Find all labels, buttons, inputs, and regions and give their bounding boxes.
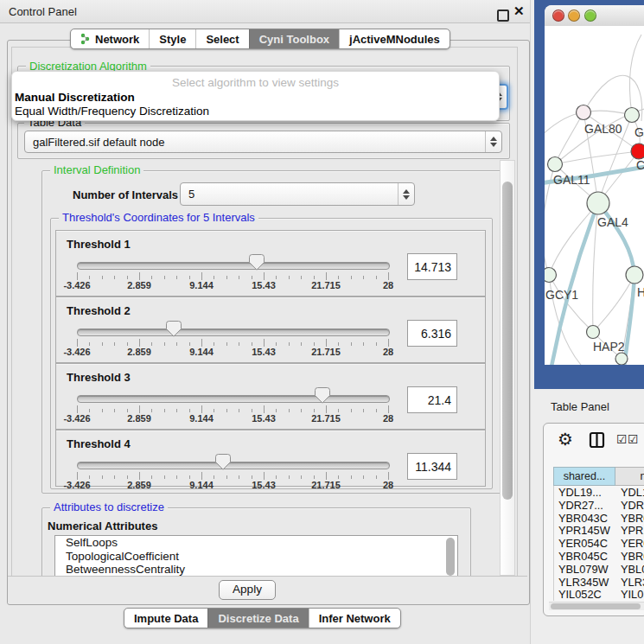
- table-cell[interactable]: YBR043C: [554, 512, 616, 525]
- table-cell[interactable]: YBR045C: [554, 550, 616, 563]
- threshold-value-field[interactable]: 11.344: [407, 453, 457, 480]
- checkbox-icon[interactable]: ☑: [628, 432, 639, 446]
- threshold-value-field[interactable]: 14.713: [407, 253, 457, 280]
- network-window-titlebar[interactable]: [545, 5, 644, 27]
- attributes-list-scrollbar[interactable]: [446, 538, 455, 576]
- popup-item-manual-discretization[interactable]: Manual Discretization: [15, 91, 135, 104]
- table-row[interactable]: YER054CYER0: [554, 537, 644, 550]
- apply-button[interactable]: Apply: [219, 580, 276, 600]
- column-header-name[interactable]: na: [615, 467, 644, 486]
- minimize-traffic-light-icon[interactable]: [568, 10, 580, 22]
- table-cell[interactable]: YBR0: [616, 512, 644, 525]
- threshold-value-field[interactable]: 21.4: [407, 386, 457, 413]
- tick-label: 9.144: [170, 413, 233, 424]
- table-body[interactable]: YDL19...YDL1YDR27...YDR2YBR043CYBR0YPR14…: [553, 486, 644, 601]
- tick-mark: [276, 475, 277, 479]
- tab-cyni-toolbox[interactable]: Cyni Toolbox: [249, 29, 339, 48]
- gear-icon[interactable]: ⚙: [558, 429, 573, 450]
- table-cell[interactable]: YBL079W: [554, 563, 616, 576]
- table-cell[interactable]: YDL19...: [554, 486, 616, 499]
- table-cell[interactable]: YER0: [616, 537, 644, 550]
- table-row[interactable]: YBL079WYBL0: [554, 563, 644, 576]
- network-node[interactable]: [626, 266, 643, 284]
- attribute-item[interactable]: BetweennessCentrality: [55, 563, 457, 577]
- split-columns-icon[interactable]: [589, 431, 606, 449]
- network-node[interactable]: [587, 326, 600, 339]
- table-cell[interactable]: YPR145W: [554, 524, 616, 537]
- table-hscrollbar-track[interactable]: [549, 602, 644, 610]
- attribute-item[interactable]: SelfLoops: [55, 536, 457, 550]
- tab-impute-data[interactable]: Impute Data: [124, 609, 207, 628]
- close-traffic-light-icon[interactable]: [552, 10, 564, 22]
- slider-thumb[interactable]: [315, 387, 330, 404]
- slider-track[interactable]: [77, 395, 390, 403]
- table-row[interactable]: YIL052CYIL0: [554, 588, 644, 601]
- checkbox-icon[interactable]: ☑: [616, 432, 628, 446]
- slider-track[interactable]: [77, 328, 390, 336]
- tab-style[interactable]: Style: [149, 29, 195, 48]
- table-cell[interactable]: YER054C: [554, 537, 616, 550]
- threshold-value-field[interactable]: 6.316: [407, 320, 457, 347]
- slider-track[interactable]: [77, 462, 390, 469]
- table-cell[interactable]: YBL0: [616, 563, 644, 576]
- tab-infer-network[interactable]: Infer Network: [309, 609, 400, 628]
- table-cell[interactable]: YBR0: [616, 550, 644, 563]
- table-row[interactable]: YDR27...YDR2: [554, 499, 644, 512]
- network-edge[interactable]: [598, 203, 634, 275]
- network-canvas[interactable]: GAL80GACGAL11GAL4GCY1HHAP2: [545, 26, 644, 365]
- table-row[interactable]: YLR345WYLR3: [554, 576, 644, 589]
- table-row[interactable]: YDL19...YDL1: [554, 486, 644, 499]
- tick-mark: [252, 475, 252, 479]
- slider-thumb[interactable]: [215, 454, 231, 470]
- table-cell[interactable]: YDR27...: [554, 499, 616, 512]
- column-header-shared-name[interactable]: shared...: [553, 467, 615, 486]
- table-cell[interactable]: YLR345W: [554, 576, 616, 589]
- network-edge[interactable]: [555, 112, 583, 164]
- network-node[interactable]: [545, 268, 557, 283]
- network-node[interactable]: [625, 108, 640, 123]
- tick-mark: [201, 472, 202, 480]
- tab-discretize-data[interactable]: Discretize Data: [207, 609, 308, 628]
- control-panel-title: Control Panel: [9, 5, 77, 18]
- slider-thumb[interactable]: [249, 254, 265, 271]
- number-of-intervals-combobox[interactable]: 5: [180, 182, 415, 206]
- tab-select[interactable]: Select: [195, 29, 248, 48]
- float-window-icon[interactable]: [497, 10, 509, 22]
- table-row[interactable]: YBR045CYBR0: [554, 550, 644, 563]
- table-cell[interactable]: YIL052C: [554, 588, 616, 601]
- tab-network[interactable]: Network: [71, 29, 149, 48]
- tick-mark: [338, 409, 339, 412]
- table-cell[interactable]: YIL0: [616, 588, 644, 601]
- table-cell[interactable]: YLR3: [616, 576, 644, 589]
- network-node[interactable]: [615, 353, 628, 365]
- numerical-attributes-list[interactable]: SelfLoopsTopologicalCoefficientBetweenne…: [54, 535, 458, 577]
- tab-jactivemnodules[interactable]: jActiveMNodules: [339, 29, 450, 48]
- network-node[interactable]: [577, 105, 591, 120]
- slider-thumb[interactable]: [166, 321, 182, 337]
- network-edge-thick[interactable]: [598, 203, 634, 275]
- table-hscrollbar-thumb[interactable]: [551, 603, 641, 609]
- slider-track[interactable]: [77, 262, 390, 270]
- zoom-traffic-light-icon[interactable]: [584, 10, 596, 22]
- attribute-item[interactable]: TopologicalCoefficient: [55, 550, 457, 564]
- table-cell[interactable]: YDL1: [616, 486, 644, 499]
- network-edge[interactable]: [549, 203, 598, 275]
- table-row[interactable]: YPR145WYPR1: [554, 524, 644, 537]
- panel-scrollbar-thumb[interactable]: [502, 182, 513, 500]
- table-row[interactable]: YBR043CYBR0: [554, 512, 644, 525]
- table-data-combobox[interactable]: galFiltered.sif default node: [24, 131, 502, 153]
- tick-mark: [326, 405, 327, 413]
- network-edge[interactable]: [629, 35, 641, 115]
- network-edge-thick[interactable]: [624, 275, 634, 365]
- network-edge-thick[interactable]: [552, 203, 598, 365]
- tick-label: 28: [357, 280, 419, 290]
- network-edge[interactable]: [555, 151, 639, 164]
- network-node[interactable]: [548, 157, 563, 172]
- popup-item-equal-width-frequency[interactable]: Equal Width/Frequency Discretization: [15, 105, 209, 118]
- network-node[interactable]: [587, 192, 609, 214]
- table-cell[interactable]: YDR2: [616, 499, 644, 512]
- slider-ticks: [77, 472, 390, 480]
- close-icon[interactable]: ✕: [513, 3, 525, 19]
- network-node[interactable]: [631, 143, 644, 159]
- table-cell[interactable]: YPR1: [616, 524, 644, 537]
